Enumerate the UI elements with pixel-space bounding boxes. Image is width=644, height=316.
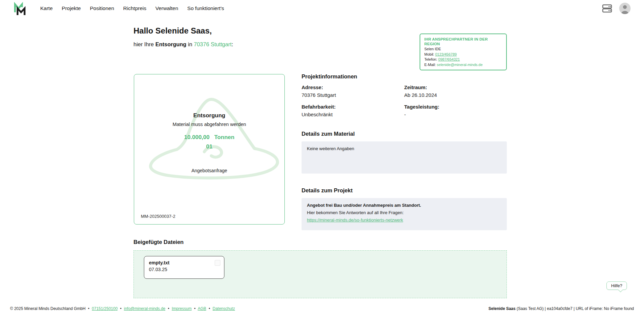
project-details-box: Angebot frei Bau und/oder Annahmepreis a… xyxy=(302,198,507,230)
field-label: Adresse: xyxy=(302,84,404,90)
nav-item-karte[interactable]: Karte xyxy=(40,5,53,11)
card-request-type: Angebotsanfrage xyxy=(134,168,284,173)
intro-type: Entsorgung xyxy=(155,41,186,47)
attached-files-section: Beigefügte Dateien empty.txt 07.03.25 xyxy=(133,239,507,298)
contact-phone-row: Telefon: 0987/654321 xyxy=(424,57,502,62)
project-info-grid: Adresse: 70376 Stuttgart Zeitraum: Ab 26… xyxy=(302,84,507,118)
file-card[interactable]: empty.txt 07.03.25 xyxy=(144,256,224,279)
footer-link-datenschutz[interactable]: Datenschutz xyxy=(213,306,235,311)
server-icon[interactable] xyxy=(602,3,612,13)
footer-separator: • xyxy=(120,306,121,311)
project-info-section: Projektinformationen Adresse: 70376 Stut… xyxy=(302,73,507,230)
footer-user-name: Selenide Saas xyxy=(488,306,516,311)
contact-mobile-row: Mobil: 0123/456789 xyxy=(424,52,502,57)
position-card[interactable]: Entsorgung Material muss abgefahren werd… xyxy=(134,74,285,225)
nav-item-so-funktionierts[interactable]: So funktioniert's xyxy=(187,5,224,11)
field-value: Ab 26.10.2024 xyxy=(404,92,507,98)
greeting-section: Hallo Selenide Saas, hier Ihre Entsorgun… xyxy=(133,26,233,48)
contact-phone-label: Telefon: xyxy=(424,57,438,61)
nav-right-actions xyxy=(602,3,631,14)
file-dropzone[interactable]: empty.txt 07.03.25 xyxy=(133,250,507,298)
project-details-heading: Details zum Projekt xyxy=(302,187,507,194)
top-nav-bar: Karte Projekte Positionen Richtpreis Ver… xyxy=(0,0,644,17)
footer-separator: • xyxy=(168,306,169,311)
card-title: Entsorgung xyxy=(134,112,284,119)
logo-icon xyxy=(12,2,28,15)
field-value: Unbeschränkt xyxy=(302,111,404,118)
field-befahrbarkeit: Befahrbarkeit: Unbeschränkt xyxy=(302,104,404,118)
contact-mobile-link[interactable]: 0123/456789 xyxy=(435,52,457,56)
footer-separator: • xyxy=(88,306,89,311)
intro-line: hier Ihre Entsorgung in 70376 Stuttgart: xyxy=(133,41,233,48)
nav-item-projekte[interactable]: Projekte xyxy=(62,5,81,11)
footer: © 2025 Mineral Minds Deutschland GmbH • … xyxy=(0,301,644,316)
material-details-box: Keine weiteren Angaben xyxy=(302,141,507,174)
footer-link-impressum[interactable]: Impressum xyxy=(172,306,192,311)
nav-item-richtpreis[interactable]: Richtpreis xyxy=(123,5,146,11)
field-label: Zeitraum: xyxy=(404,84,507,90)
file-name: empty.txt xyxy=(149,260,219,265)
intro-location: 70376 Stuttgart xyxy=(194,41,232,47)
field-tagesleistung: Tagesleistung: - xyxy=(404,104,507,118)
project-info-heading: Projektinformationen xyxy=(302,73,507,80)
card-amount-value: 10.000,00 xyxy=(184,134,210,140)
file-date: 07.03.25 xyxy=(149,267,219,272)
nav-item-positionen[interactable]: Positionen xyxy=(90,5,114,11)
attached-files-heading: Beigefügte Dateien xyxy=(133,239,507,246)
card-subtitle: Material muss abgefahren werden xyxy=(134,122,284,127)
field-label: Befahrbarkeit: xyxy=(302,104,404,110)
material-details-text: Keine weiteren Angaben xyxy=(307,146,354,151)
footer-separator: • xyxy=(194,306,196,311)
footer-session-info: Selenide Saas (Saas Test AG) | ea104a0cf… xyxy=(488,306,634,311)
footer-user-details: (Saas Test AG) | ea104a0cfde7 | URL of i… xyxy=(516,306,634,311)
intro-prefix: hier Ihre xyxy=(133,41,155,47)
contact-mobile-label: Mobil: xyxy=(424,52,435,56)
intro-colon: : xyxy=(232,41,233,47)
project-details-link[interactable]: https://mineral-minds.de/so-funktioniert… xyxy=(307,217,403,223)
field-zeitraum: Zeitraum: Ab 26.10.2024 xyxy=(404,84,507,98)
avatar-icon[interactable] xyxy=(619,3,631,14)
project-details-bold-line: Angebot frei Bau und/oder Annahmepreis a… xyxy=(307,202,501,208)
contact-email-row: E-Mail: selenide@mineral-minds.de xyxy=(424,63,502,67)
card-amount: 10.000,00Tonnen xyxy=(134,134,284,141)
footer-email-link[interactable]: info@mineral-minds.de xyxy=(124,306,165,311)
field-adresse: Adresse: 70376 Stuttgart xyxy=(302,84,404,98)
nav-item-verwalten[interactable]: Verwalten xyxy=(155,5,178,11)
footer-link-agb[interactable]: AGB xyxy=(198,306,206,311)
footer-separator: • xyxy=(209,306,210,311)
contact-email-label: E-Mail: xyxy=(424,63,437,67)
contact-header: IHR ANSPRECHPARTNER IN DER REGION xyxy=(424,37,502,46)
footer-left: © 2025 Mineral Minds Deutschland GmbH • … xyxy=(10,306,235,311)
help-button[interactable]: Hilfe? xyxy=(606,281,627,290)
footer-copyright: © 2025 Mineral Minds Deutschland GmbH xyxy=(10,306,86,311)
app-root: Karte Projekte Positionen Richtpreis Ver… xyxy=(0,0,644,316)
mineral-minds-logo[interactable] xyxy=(12,2,28,15)
main-nav: Karte Projekte Positionen Richtpreis Ver… xyxy=(40,5,224,11)
page-title: Hallo Selenide Saas, xyxy=(133,26,233,36)
contact-box: IHR ANSPRECHPARTNER IN DER REGION Selen … xyxy=(420,34,507,70)
card-amount-unit: Tonnen xyxy=(214,134,234,140)
contact-name: Selen IDE xyxy=(424,47,502,52)
contact-email-link[interactable]: selenide@mineral-minds.de xyxy=(437,63,483,67)
card-reference-number: MM-202500037-2 xyxy=(141,214,175,219)
material-details-heading: Details zum Material xyxy=(302,130,507,137)
field-value: - xyxy=(404,111,507,118)
footer-phone-link[interactable]: 07151/250100 xyxy=(92,306,118,311)
card-position-number: 01 xyxy=(134,143,284,150)
project-details-line: Hier bekommen Sie Antworten auf all Ihre… xyxy=(307,210,501,215)
file-checkbox[interactable] xyxy=(215,260,220,266)
field-label: Tagesleistung: xyxy=(404,104,507,110)
intro-mid: in xyxy=(186,41,194,47)
contact-phone-link[interactable]: 0987/654321 xyxy=(438,57,460,61)
field-value: 70376 Stuttgart xyxy=(302,92,404,98)
help-bubble-tail xyxy=(618,288,623,292)
